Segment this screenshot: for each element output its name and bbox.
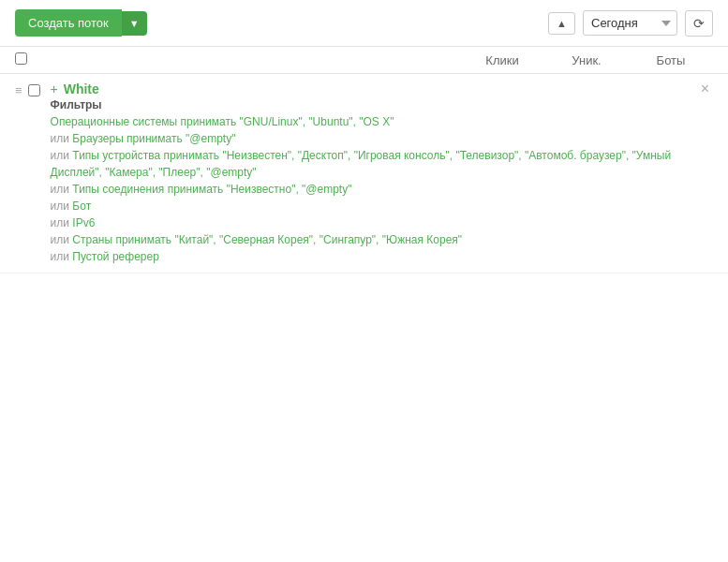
plus-icon: +	[51, 81, 58, 96]
filter-item-4: Типы соединения принимать "Неизвестно", …	[72, 183, 351, 196]
filter-item-3: Типы устройства принимать "Неизвестен", …	[51, 149, 672, 179]
refresh-button[interactable]: ⟳	[685, 10, 713, 37]
create-stream-dropdown-button[interactable]: ▼	[122, 11, 147, 36]
header-clicks: Клики	[460, 53, 544, 67]
filters-label: Фильтры	[51, 98, 697, 111]
date-select[interactable]: Сегодня Вчера За 7 дней За 30 дней	[583, 10, 677, 36]
toolbar-right: ▲ Сегодня Вчера За 7 дней За 30 дней ⟳	[548, 10, 713, 37]
create-stream-button[interactable]: Создать поток	[15, 9, 122, 37]
header-checkbox-cell	[15, 52, 37, 67]
toolbar-left: Создать поток ▼	[15, 9, 147, 37]
close-stream-button[interactable]: ×	[697, 81, 713, 96]
or-word-2: или	[51, 149, 73, 162]
stream-title[interactable]: + White	[51, 81, 697, 96]
stream-content: + White Фильтры Операционные системы при…	[51, 81, 697, 265]
sort-button[interactable]: ▲	[548, 12, 575, 35]
filter-item-5: Бот	[72, 200, 91, 213]
or-word-5: или	[51, 216, 73, 229]
header-unique: Уник.	[544, 53, 629, 67]
toolbar: Создать поток ▼ ▲ Сегодня Вчера За 7 дне…	[0, 0, 728, 47]
header-bots: Боты	[629, 53, 713, 67]
filter-item-2: Браузеры принимать "@empty"	[72, 132, 235, 145]
filter-item-7: Страны принимать "Китай", "Северная Коре…	[72, 233, 462, 246]
or-word-1: или	[51, 132, 73, 145]
filter-list: Операционные системы принимать "GNU/Linu…	[51, 113, 697, 265]
column-headers: Клики Уник. Боты	[0, 47, 728, 74]
filter-item-1: Операционные системы принимать "GNU/Linu…	[51, 115, 394, 128]
or-word-4: или	[51, 200, 73, 213]
or-word-6: или	[51, 233, 73, 246]
stream-name: White	[64, 81, 99, 96]
or-word-7: или	[51, 250, 73, 263]
filter-item-8: Пустой реферер	[72, 250, 158, 263]
drag-handle-icon[interactable]: ≡	[15, 81, 22, 97]
or-word-3: или	[51, 183, 73, 196]
select-all-checkbox[interactable]	[15, 52, 27, 65]
filter-item-6: IPv6	[72, 216, 95, 229]
stream-row: ≡ + White Фильтры Операционные системы п…	[0, 74, 728, 274]
stream-checkbox-cell	[28, 81, 51, 99]
stream-checkbox[interactable]	[28, 84, 40, 96]
